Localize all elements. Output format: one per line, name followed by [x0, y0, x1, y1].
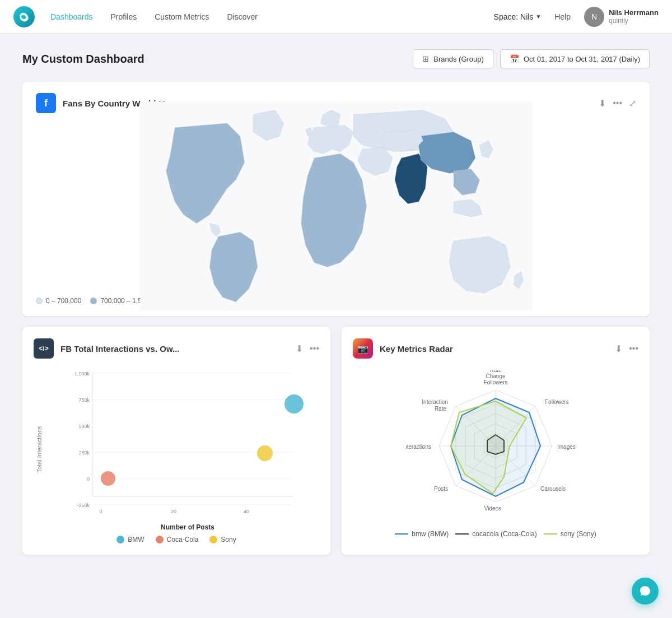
radar-legend: bmw (BMW) cocacola (Coca-Cola) sony (Son… — [353, 530, 638, 538]
svg-point-19 — [257, 445, 273, 461]
svg-text:40: 40 — [244, 509, 249, 514]
scatter-card-header: </> FB Total Interactions vs. Ow... ⬇ ••… — [34, 338, 319, 359]
page-title: My Custom Dashboard — [22, 53, 144, 66]
world-map-card: f Fans By Country World Map ⬇ ••• ⤢ — [22, 82, 650, 316]
brands-filter-button[interactable]: ⊞ Brands (Group) — [413, 49, 493, 68]
user-menu[interactable]: N Nils Herrmann quintly — [584, 7, 659, 27]
svg-text:Rate: Rate — [435, 406, 447, 412]
svg-text:1,000k: 1,000k — [74, 371, 90, 377]
navbar: Dashboards Profiles Custom Metrics Disco… — [0, 0, 672, 34]
scatter-legend: BMW Coca-Cola Sony — [34, 536, 319, 543]
scatter-more-icon[interactable]: ••• — [310, 343, 319, 354]
resize-icon[interactable]: ⤢ — [629, 98, 636, 109]
scatter-chart-wrapper: Total Interactions 1,000k 750k 500k 250k — [34, 368, 319, 531]
radar-card: 📷 Key Metrics Radar ⬇ ••• — [342, 327, 650, 555]
instagram-icon: 📷 — [353, 338, 373, 359]
radar-svg: Followers Change Rate Followers Images C… — [406, 370, 585, 522]
more-options-icon[interactable]: ••• — [613, 98, 622, 109]
svg-text:20: 20 — [171, 509, 176, 514]
calendar-icon: 📅 — [510, 54, 519, 63]
radar-line-bmw — [395, 533, 408, 535]
scatter-download-icon[interactable]: ⬇ — [296, 343, 303, 354]
scatter-y-axis-label: Total Interactions — [36, 426, 43, 472]
radar-legend-bmw: bmw (BMW) — [395, 530, 449, 538]
svg-text:-250k: -250k — [77, 503, 90, 508]
space-label: Space: Nils — [494, 12, 534, 21]
svg-text:Rate: Rate — [489, 370, 502, 373]
user-name: Nils Herrmann — [609, 8, 659, 17]
scatter-legend-bmw: BMW — [116, 536, 144, 543]
svg-text:Carousels: Carousels — [540, 486, 566, 492]
radar-line-cocacola — [455, 533, 469, 535]
svg-text:Posts: Posts — [434, 486, 448, 492]
radar-line-sony — [544, 533, 557, 535]
scatter-x-axis-label: Number of Posts — [56, 523, 319, 531]
user-handle: quintly — [609, 17, 659, 25]
radar-more-icon[interactable]: ••• — [629, 343, 638, 354]
chevron-down-icon: ▼ — [535, 13, 541, 20]
legend-dot-2 — [90, 298, 97, 304]
custom-metric-icon: </> — [34, 338, 54, 359]
svg-text:Interaction: Interaction — [422, 399, 448, 405]
nav-custom-metrics[interactable]: Custom Metrics — [155, 12, 209, 21]
scatter-title: FB Total Interactions vs. Ow... — [60, 344, 296, 354]
legend-item-1: 0 – 700,000 — [36, 297, 81, 305]
scatter-card: </> FB Total Interactions vs. Ow... ⬇ ••… — [22, 327, 330, 555]
radar-download-icon[interactable]: ⬇ — [615, 343, 622, 354]
nav-links: Dashboards Profiles Custom Metrics Disco… — [50, 12, 494, 21]
bottom-row: </> FB Total Interactions vs. Ow... ⬇ ••… — [22, 327, 650, 555]
avatar: N — [584, 7, 604, 27]
scatter-dot-sony — [209, 536, 217, 543]
main-content: My Custom Dashboard ⊞ Brands (Group) 📅 O… — [0, 34, 672, 570]
group-icon: ⊞ — [422, 54, 429, 63]
nav-dashboards[interactable]: Dashboards — [50, 12, 93, 21]
svg-text:250k: 250k — [78, 450, 90, 456]
page-header: My Custom Dashboard ⊞ Brands (Group) 📅 O… — [22, 49, 650, 68]
world-map-svg — [140, 101, 532, 310]
scatter-dot-cocacola — [156, 536, 164, 543]
svg-text:Followers: Followers — [545, 399, 569, 405]
download-icon[interactable]: ⬇ — [599, 98, 606, 109]
scatter-dot-bmw — [116, 536, 124, 543]
legend-dot-1 — [36, 298, 43, 304]
radar-card-header: 📷 Key Metrics Radar ⬇ ••• — [353, 338, 638, 359]
svg-text:Videos: Videos — [484, 505, 501, 512]
svg-text:Interactions: Interactions — [406, 444, 431, 450]
svg-text:Change: Change — [486, 373, 505, 379]
svg-text:500k: 500k — [78, 424, 90, 429]
space-selector[interactable]: Space: Nils ▼ — [494, 12, 542, 21]
header-actions: ⊞ Brands (Group) 📅 Oct 01, 2017 to Oct 3… — [413, 49, 650, 68]
svg-point-20 — [284, 394, 304, 413]
nav-right: Space: Nils ▼ Help N Nils Herrmann quint… — [494, 7, 659, 27]
svg-point-18 — [101, 471, 115, 486]
date-range-button[interactable]: 📅 Oct 01, 2017 to Oct 31, 2017 (Daily) — [500, 49, 650, 68]
scatter-legend-sony: Sony — [209, 536, 236, 543]
app-logo[interactable] — [13, 6, 35, 27]
radar-legend-cocacola: cocacola (Coca-Cola) — [455, 530, 536, 538]
help-link[interactable]: Help — [554, 12, 571, 21]
radar-legend-sony: sony (Sony) — [544, 530, 596, 538]
facebook-icon: f — [36, 93, 56, 113]
nav-profiles[interactable]: Profiles — [111, 12, 137, 21]
world-map-container — [36, 122, 636, 290]
svg-text:750k: 750k — [78, 397, 90, 403]
radar-chart-container: Followers Change Rate Followers Images C… — [353, 368, 638, 524]
nav-discover[interactable]: Discover — [227, 12, 257, 21]
radar-title: Key Metrics Radar — [380, 344, 615, 354]
scatter-legend-cocacola: Coca-Cola — [156, 536, 199, 543]
scatter-svg: 1,000k 750k 500k 250k 0 -250k 0 20 40 — [56, 368, 319, 519]
svg-text:Followers: Followers — [484, 379, 508, 385]
svg-text:0: 0 — [99, 509, 102, 514]
svg-text:Images: Images — [557, 444, 576, 450]
svg-text:0: 0 — [87, 476, 90, 482]
